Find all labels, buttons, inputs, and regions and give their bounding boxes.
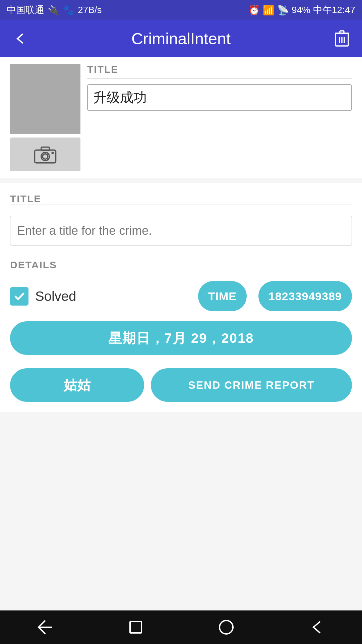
time-phone-row: TIME 18233949389 bbox=[198, 281, 352, 311]
top-divider bbox=[87, 78, 352, 79]
top-title-input[interactable] bbox=[87, 84, 352, 111]
form-section: TITLE DETAILS Solved TIME 18233949389 星期… bbox=[0, 183, 362, 412]
title-label: TITLE bbox=[10, 193, 41, 204]
nav-home-button[interactable] bbox=[126, 617, 146, 637]
solved-time-row: Solved TIME 18233949389 bbox=[10, 281, 352, 311]
title-input[interactable] bbox=[10, 216, 352, 246]
delete-button[interactable] bbox=[332, 29, 352, 49]
back-button[interactable] bbox=[10, 29, 30, 49]
signal-icon: 📡 bbox=[277, 5, 289, 16]
phone-button[interactable]: 18233949389 bbox=[258, 281, 352, 311]
solved-label: Solved bbox=[35, 289, 76, 304]
wifi-icon: 📶 bbox=[263, 5, 275, 16]
nav-recents-button[interactable] bbox=[216, 617, 236, 637]
camera-button[interactable] bbox=[10, 138, 80, 171]
send-crime-report-button[interactable]: SEND CRIME REPORT bbox=[151, 368, 352, 402]
alarm-icon: ⏰ bbox=[248, 5, 260, 16]
details-label: DETAILS bbox=[10, 259, 57, 270]
nav-back-button[interactable] bbox=[35, 617, 55, 637]
title-inline-section: TITLE bbox=[87, 64, 352, 111]
photo-area bbox=[10, 64, 80, 171]
date-button[interactable]: 星期日，7月 29，2018 bbox=[10, 321, 352, 355]
battery-text: 94% bbox=[292, 5, 310, 15]
carrier-text: 中国联通 bbox=[7, 4, 44, 16]
photo-placeholder bbox=[10, 64, 80, 134]
speed-text: 27B/s bbox=[78, 5, 102, 15]
svg-point-10 bbox=[43, 154, 48, 159]
details-divider bbox=[10, 271, 352, 271]
svg-point-12 bbox=[51, 152, 54, 154]
bt-icon: 🐾 bbox=[63, 5, 74, 16]
time-button[interactable]: TIME bbox=[198, 281, 247, 311]
solved-checkbox[interactable] bbox=[10, 287, 28, 306]
nav-bar bbox=[0, 610, 362, 644]
status-left: 中国联通 🔌 🐾 27B/s bbox=[7, 4, 102, 16]
main-content: TITLE TITLE DETAILS Solved TIME 18233949… bbox=[0, 57, 362, 610]
app-title: CriminalIntent bbox=[131, 30, 231, 48]
bottom-buttons: 姑姑 SEND CRIME REPORT bbox=[10, 368, 352, 402]
camera-icon bbox=[34, 143, 57, 166]
suspect-button[interactable]: 姑姑 bbox=[10, 368, 144, 402]
top-title-label: TITLE bbox=[87, 64, 352, 75]
status-bar: 中国联通 🔌 🐾 27B/s ⏰ 📶 📡 94% 中午12:47 bbox=[0, 0, 362, 20]
usb-icon: 🔌 bbox=[48, 5, 59, 16]
app-bar: CriminalIntent bbox=[0, 20, 362, 57]
status-right: ⏰ 📶 📡 94% 中午12:47 bbox=[248, 4, 355, 16]
top-section: TITLE bbox=[0, 57, 362, 178]
nav-back2-button[interactable] bbox=[307, 617, 327, 637]
svg-rect-14 bbox=[130, 622, 141, 633]
title-divider bbox=[10, 205, 352, 205]
svg-point-15 bbox=[220, 621, 233, 634]
time-text: 中午12:47 bbox=[313, 4, 355, 16]
bottom-spacer bbox=[0, 412, 362, 432]
svg-rect-11 bbox=[41, 147, 50, 151]
